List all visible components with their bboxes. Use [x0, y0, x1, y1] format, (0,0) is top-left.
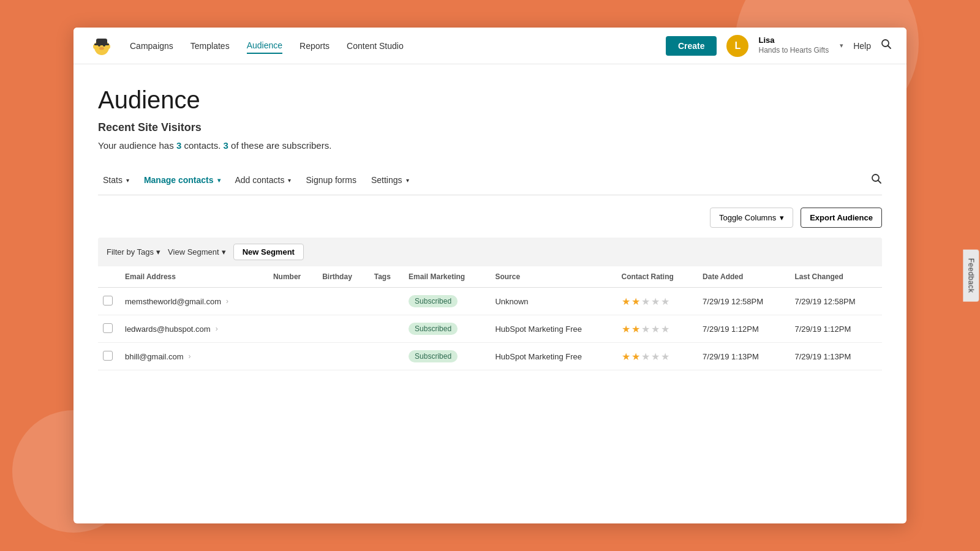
audience-toolbar: Stats ▾ Manage contacts ▾ Add contacts ▾… — [98, 173, 882, 195]
nav-templates[interactable]: Templates — [190, 39, 230, 53]
contact-rating: ★★★★★ — [617, 288, 698, 315]
create-button[interactable]: Create — [666, 36, 717, 56]
email-address: bhill@gmail.com — [125, 352, 184, 361]
last-changed: 7/29/19 1:13PM — [790, 343, 883, 370]
contact-number — [268, 315, 317, 343]
select-all-header — [98, 266, 120, 288]
email-address: memstheworld@gmail.com — [125, 297, 221, 306]
star-1: ★ — [622, 296, 630, 307]
toolbar-settings[interactable]: Settings ▾ — [366, 173, 414, 187]
star-5: ★ — [661, 296, 669, 307]
subscriber-count: 3 — [224, 140, 228, 151]
email-marketing-status: Subscribed — [404, 315, 490, 343]
avatar: L — [726, 35, 748, 57]
help-link[interactable]: Help — [853, 41, 871, 51]
email-address: ledwards@hubspot.com — [125, 324, 211, 334]
toggle-columns-button[interactable]: Toggle Columns ▾ — [710, 208, 793, 228]
contact-rating: ★★★★★ — [617, 315, 698, 343]
contact-source: Unknown — [490, 288, 616, 315]
toolbar-add-contacts[interactable]: Add contacts ▾ — [230, 173, 296, 187]
svg-line-13 — [878, 180, 881, 183]
col-birthday: Birthday — [317, 266, 369, 288]
contact-number — [268, 343, 317, 370]
star-rating: ★★★★★ — [622, 323, 693, 335]
contact-source: HubSpot Marketing Free — [490, 343, 616, 370]
nav-campaigns[interactable]: Campaigns — [130, 39, 173, 53]
user-chevron-icon[interactable]: ▾ — [840, 42, 843, 50]
toolbar-signup-forms[interactable]: Signup forms — [301, 173, 361, 187]
star-3: ★ — [641, 351, 650, 362]
star-4: ★ — [651, 323, 660, 335]
nav-content-studio[interactable]: Content Studio — [347, 39, 404, 53]
settings-chevron-icon: ▾ — [406, 177, 409, 184]
contact-rating: ★★★★★ — [617, 343, 698, 370]
add-contacts-chevron-icon: ▾ — [288, 177, 291, 184]
star-rating: ★★★★★ — [622, 351, 693, 362]
svg-line-11 — [888, 46, 891, 49]
view-segment-chevron-icon: ▾ — [222, 247, 226, 257]
star-4: ★ — [651, 351, 660, 362]
contact-tags — [369, 343, 404, 370]
star-2: ★ — [631, 351, 640, 362]
stats-chevron-icon: ▾ — [126, 177, 129, 184]
nav-reports[interactable]: Reports — [300, 39, 330, 53]
desc-prefix: Your audience has — [98, 140, 176, 151]
audience-description: Your audience has 3 contacts. 3 of these… — [98, 140, 882, 151]
row-expand-icon[interactable]: › — [189, 352, 191, 361]
contact-tags — [369, 315, 404, 343]
contact-number — [268, 288, 317, 315]
contact-birthday — [317, 288, 369, 315]
new-segment-button[interactable]: New Segment — [233, 244, 304, 260]
row-checkbox[interactable] — [103, 351, 113, 361]
row-checkbox[interactable] — [103, 323, 113, 333]
last-changed: 7/29/19 1:12PM — [790, 315, 883, 343]
table-row: memstheworld@gmail.com›SubscribedUnknown… — [98, 288, 882, 315]
toolbar-stats[interactable]: Stats ▾ — [98, 173, 134, 187]
user-info: Lisa Hands to Hearts Gifts — [758, 36, 829, 55]
star-1: ★ — [622, 323, 630, 335]
star-5: ★ — [661, 323, 669, 335]
contact-tags — [369, 288, 404, 315]
navbar-right: Create L Lisa Hands to Hearts Gifts ▾ He… — [666, 35, 892, 57]
date-added: 7/29/19 1:12PM — [698, 315, 790, 343]
manage-contacts-chevron-icon: ▾ — [217, 177, 221, 184]
audience-subtitle: Recent Site Visitors — [98, 121, 882, 134]
col-date-added: Date Added — [698, 266, 790, 288]
row-expand-icon[interactable]: › — [226, 297, 228, 305]
row-checkbox[interactable] — [103, 296, 113, 305]
navbar: Campaigns Templates Audience Reports Con… — [74, 28, 907, 64]
col-number: Number — [268, 266, 317, 288]
main-window: Campaigns Templates Audience Reports Con… — [74, 28, 907, 523]
filter-tags-chevron-icon: ▾ — [156, 247, 160, 257]
main-nav: Campaigns Templates Audience Reports Con… — [130, 38, 666, 54]
star-4: ★ — [651, 296, 660, 307]
contact-source: HubSpot Marketing Free — [490, 315, 616, 343]
toolbar-manage-contacts[interactable]: Manage contacts ▾ — [139, 173, 225, 187]
row-expand-icon[interactable]: › — [216, 324, 218, 333]
logo[interactable] — [88, 32, 115, 59]
subscribed-badge: Subscribed — [409, 350, 458, 362]
date-added: 7/29/19 1:13PM — [698, 343, 790, 370]
table-actions: Toggle Columns ▾ Export Audience — [98, 208, 882, 228]
desc-suffix: of these are subscribers. — [228, 140, 331, 151]
contact-count: 3 — [176, 140, 181, 151]
subscribed-badge: Subscribed — [409, 295, 458, 307]
filter-by-tags-button[interactable]: Filter by Tags ▾ — [107, 247, 160, 257]
nav-audience[interactable]: Audience — [247, 38, 282, 54]
col-last-changed: Last Changed — [790, 266, 883, 288]
star-2: ★ — [631, 296, 640, 307]
export-audience-button[interactable]: Export Audience — [801, 208, 882, 228]
contact-birthday — [317, 315, 369, 343]
feedback-tab[interactable]: Feedback — [963, 250, 979, 302]
col-email: Email Address — [120, 266, 268, 288]
view-segment-button[interactable]: View Segment ▾ — [168, 247, 226, 257]
col-email-marketing: Email Marketing — [404, 266, 490, 288]
svg-rect-9 — [94, 43, 109, 45]
star-3: ★ — [641, 323, 650, 335]
toolbar-search-icon[interactable] — [871, 173, 882, 187]
contacts-table: Email Address Number Birthday Tags Email… — [98, 266, 882, 370]
last-changed: 7/29/19 12:58PM — [790, 288, 883, 315]
search-icon[interactable] — [881, 39, 892, 53]
desc-middle: contacts. — [181, 140, 223, 151]
star-2: ★ — [631, 323, 640, 335]
